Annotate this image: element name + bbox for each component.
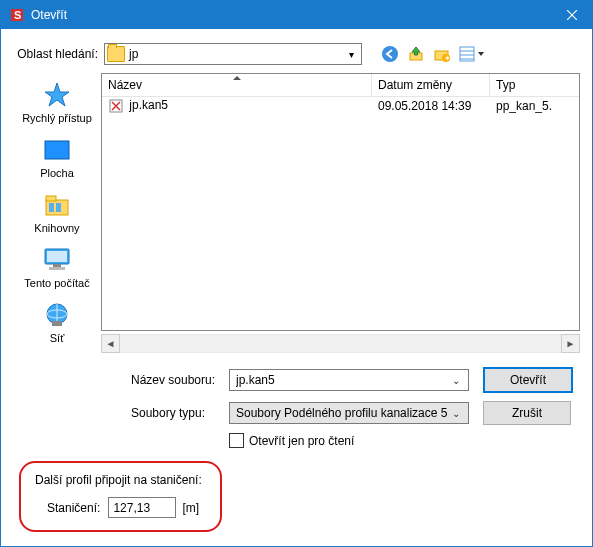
svg-rect-21 [49, 267, 65, 270]
sidebar-item-quick-access[interactable]: Rychlý přístup [13, 77, 101, 126]
station-attach-box: Další profil připojit na staničení: Stan… [19, 461, 222, 532]
sidebar-item-label: Tento počítač [24, 277, 89, 289]
column-header-type[interactable]: Typ [490, 74, 579, 96]
chevron-down-icon[interactable]: ⌄ [448, 375, 464, 386]
file-list-body: jp.kan5 09.05.2018 14:39 pp_kan_5. [102, 97, 579, 330]
station-label: Staničení: [47, 501, 100, 515]
column-header-name[interactable]: Název [102, 74, 372, 96]
network-icon [41, 299, 73, 331]
svg-rect-19 [47, 251, 67, 262]
svg-text:S: S [14, 9, 21, 21]
dialog-body: Oblast hledání: jp ▾ ✶ [1, 29, 592, 546]
svg-rect-13 [45, 141, 69, 159]
svg-rect-20 [53, 264, 61, 267]
quick-access-icon [41, 79, 73, 111]
search-row: Oblast hledání: jp ▾ ✶ [13, 43, 580, 65]
this-pc-icon [41, 244, 73, 276]
sidebar-item-label: Knihovny [34, 222, 79, 234]
filename-value: jp.kan5 [236, 373, 448, 387]
filename-input[interactable]: jp.kan5 ⌄ [229, 369, 469, 391]
chevron-down-icon[interactable]: ⌄ [448, 408, 464, 419]
app-icon: S [9, 7, 25, 23]
filetype-value: Soubory Podélného profilu kanalizace 5 [236, 406, 448, 420]
sidebar-item-label: Rychlý přístup [22, 112, 92, 124]
file-list[interactable]: Název Datum změny Typ jp.kan5 09.05.2018… [101, 73, 580, 331]
svg-rect-16 [49, 203, 54, 212]
search-label: Oblast hledání: [13, 47, 104, 61]
file-type: pp_kan_5. [490, 99, 579, 113]
svg-rect-15 [46, 196, 56, 201]
station-unit: [m] [182, 501, 199, 515]
window-title: Otevřít [31, 8, 552, 22]
file-list-header: Název Datum změny Typ [102, 74, 579, 97]
column-header-date[interactable]: Datum změny [372, 74, 490, 96]
sidebar-item-desktop[interactable]: Plocha [13, 132, 101, 181]
titlebar: S Otevřít [1, 1, 592, 29]
places-sidebar: Rychlý přístup Plocha Knihovny [13, 73, 101, 331]
open-dialog-window: S Otevřít Oblast hledání: jp ▾ ✶ [0, 0, 593, 547]
filetype-label: Soubory typu: [131, 406, 223, 420]
scroll-left-button[interactable]: ◄ [101, 334, 120, 353]
folder-name: jp [129, 47, 343, 61]
horizontal-scrollbar[interactable]: ◄ ► [101, 334, 580, 353]
readonly-label: Otevřít jen pro čtení [249, 434, 354, 448]
filename-label: Název souboru: [131, 373, 223, 387]
station-input[interactable] [108, 497, 176, 518]
sidebar-item-this-pc[interactable]: Tento počítač [13, 242, 101, 291]
cancel-button[interactable]: Zrušit [483, 401, 571, 425]
svg-text:✶: ✶ [444, 54, 451, 63]
file-row[interactable]: jp.kan5 09.05.2018 14:39 pp_kan_5. [102, 97, 579, 115]
svg-rect-25 [52, 321, 62, 326]
svg-rect-17 [56, 203, 61, 212]
readonly-row: Otevřít jen pro čtení [229, 433, 580, 448]
scroll-right-button[interactable]: ► [561, 334, 580, 353]
folder-icon [107, 46, 125, 62]
up-icon[interactable] [406, 44, 426, 64]
chevron-down-icon[interactable]: ▾ [343, 49, 359, 60]
file-icon [108, 98, 124, 114]
file-date: 09.05.2018 14:39 [372, 99, 490, 113]
file-name: jp.kan5 [129, 98, 168, 112]
main-area: Rychlý přístup Plocha Knihovny [13, 73, 580, 331]
station-attach-title: Další profil připojit na staničení: [35, 473, 202, 487]
folder-select[interactable]: jp ▾ [104, 43, 362, 65]
views-icon[interactable] [458, 44, 486, 64]
close-button[interactable] [552, 1, 592, 29]
sidebar-item-network[interactable]: Síť [13, 297, 101, 346]
sidebar-item-label: Síť [50, 332, 65, 344]
new-folder-icon[interactable]: ✶ [432, 44, 452, 64]
open-button[interactable]: Otevřít [483, 367, 573, 393]
readonly-checkbox[interactable] [229, 433, 244, 448]
scroll-track[interactable] [120, 334, 561, 353]
controls-area: Název souboru: jp.kan5 ⌄ Otevřít Soubory… [13, 367, 580, 448]
svg-point-4 [382, 46, 398, 62]
filetype-select[interactable]: Soubory Podélného profilu kanalizace 5 ⌄ [229, 402, 469, 424]
sidebar-item-label: Plocha [40, 167, 74, 179]
sidebar-item-libraries[interactable]: Knihovny [13, 187, 101, 236]
nav-icons: ✶ [380, 44, 486, 64]
libraries-icon [41, 189, 73, 221]
desktop-icon [41, 134, 73, 166]
back-icon[interactable] [380, 44, 400, 64]
